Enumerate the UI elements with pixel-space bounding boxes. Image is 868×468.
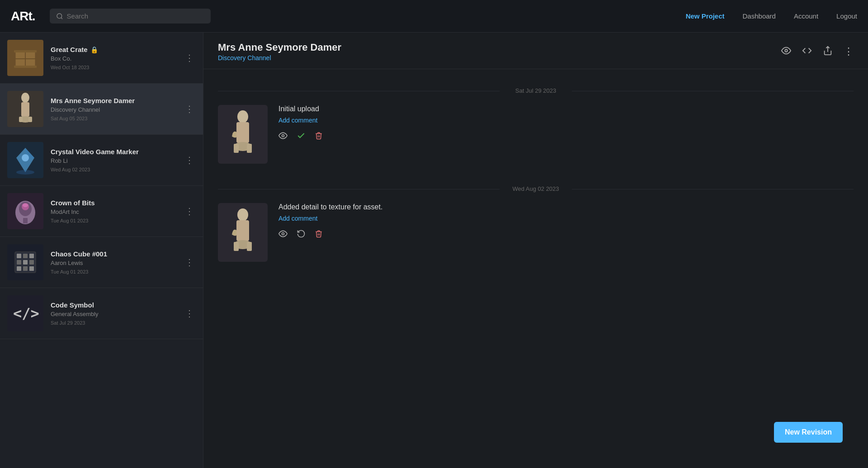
sidebar-title-crystal: Crystal Video Game Marker [51, 148, 176, 156]
sidebar-item-code-symbol[interactable]: </> Code Symbol General Assembly Sat Jul… [0, 288, 203, 339]
statue-thumb-icon [13, 92, 38, 126]
preview-icon[interactable] [781, 46, 791, 58]
new-revision-button[interactable]: New Revision [774, 422, 843, 443]
approve-icon-1[interactable] [297, 131, 306, 142]
sidebar-menu-cube[interactable]: ⋮ [183, 256, 196, 269]
sidebar-date-mrs-anne: Sat Aug 05 2023 [51, 116, 176, 121]
sidebar-title-great-crate: Great Crate 🔒 [51, 46, 176, 53]
view-icon-1[interactable] [278, 131, 288, 142]
svg-point-14 [22, 154, 29, 161]
header-nav: New Project Dashboard Account Logout [686, 12, 857, 20]
svg-rect-26 [23, 260, 28, 265]
crown-icon [9, 195, 41, 227]
svg-point-45 [282, 233, 284, 235]
new-project-link[interactable]: New Project [686, 12, 725, 20]
svg-rect-27 [29, 260, 34, 265]
search-icon [56, 13, 63, 20]
sidebar-menu-crown[interactable]: ⋮ [183, 205, 196, 217]
revision-thumb-1 [218, 105, 268, 164]
svg-rect-23 [23, 254, 28, 258]
sidebar-menu-code[interactable]: ⋮ [183, 307, 196, 320]
sidebar-info-code: Code Symbol General Assembly Sat Jul 29 … [51, 301, 176, 326]
more-options-icon[interactable]: ⋮ [844, 46, 854, 57]
sidebar-title-cube: Chaos Cube #001 [51, 250, 176, 258]
svg-line-1 [61, 18, 62, 19]
svg-point-7 [21, 93, 29, 103]
svg-point-34 [237, 110, 248, 123]
sidebar-org-mrs-anne: Discovery Channel [51, 106, 176, 113]
sidebar-menu-mrs-anne[interactable]: ⋮ [183, 103, 196, 115]
code-icon[interactable] [802, 46, 812, 58]
sidebar-thumb-mrs-anne [7, 91, 43, 127]
svg-point-40 [237, 208, 248, 221]
content-header: Mrs Anne Seymore Damer Discovery Channel [203, 33, 868, 69]
svg-rect-28 [17, 266, 21, 271]
sidebar-org-cube: Aaron Lewis [51, 260, 176, 266]
sidebar-thumb-great-crate [7, 40, 43, 76]
search-bar[interactable] [50, 9, 211, 24]
sidebar-org-great-crate: Box Co. [51, 55, 176, 62]
sidebar-title-mrs-anne: Mrs Anne Seymore Damer [51, 97, 176, 104]
delete-icon-1[interactable] [315, 132, 323, 142]
sidebar-org-crown: ModArt Inc [51, 208, 176, 215]
revision-statue-2 [225, 208, 261, 257]
svg-point-39 [282, 135, 284, 137]
svg-rect-8 [21, 102, 29, 117]
svg-rect-19 [23, 218, 28, 223]
sidebar-info-cube: Chaos Cube #001 Aaron Lewis Tue Aug 01 2… [51, 250, 176, 274]
sidebar-date-cube: Tue Aug 01 2023 [51, 269, 176, 274]
sidebar-item-crystal-video[interactable]: Crystal Video Game Marker Rob Li Wed Aug… [0, 135, 203, 186]
crate-icon [12, 44, 39, 71]
svg-rect-35 [236, 122, 249, 143]
sidebar-org-code: General Assembly [51, 311, 176, 317]
revision-info-2: Added detail to texture for asset. Add c… [278, 203, 854, 262]
content-actions: ⋮ [781, 46, 854, 58]
timeline: Sat Jul 29 2023 Initial upload Add comme… [203, 69, 868, 468]
svg-rect-37 [234, 144, 239, 153]
svg-rect-38 [247, 144, 252, 153]
sidebar-date-great-crate: Wed Oct 18 2023 [51, 65, 176, 70]
header: ARt. New Project Dashboard Account Logou… [0, 0, 868, 33]
delete-icon-2[interactable] [315, 230, 323, 240]
sidebar-date-crystal: Wed Aug 02 2023 [51, 167, 176, 172]
content-subtitle: Discovery Channel [218, 54, 341, 61]
share-icon[interactable] [823, 46, 833, 58]
svg-point-15 [16, 170, 34, 175]
date-separator-1: Sat Jul 29 2023 [218, 87, 854, 94]
svg-point-0 [57, 14, 62, 19]
lock-icon: 🔒 [90, 46, 98, 53]
sidebar-thumb-code: </> [7, 295, 43, 331]
date-separator-2: Wed Aug 02 2023 [218, 185, 854, 192]
revision-label-2: Added detail to texture for asset. [278, 203, 854, 211]
sidebar-menu-great-crate[interactable]: ⋮ [183, 52, 196, 64]
svg-rect-25 [17, 260, 21, 265]
sidebar-item-chaos-cube[interactable]: Chaos Cube #001 Aaron Lewis Tue Aug 01 2… [0, 237, 203, 288]
add-comment-1[interactable]: Add comment [278, 117, 854, 124]
sidebar-menu-crystal[interactable]: ⋮ [183, 154, 196, 166]
revert-icon-2[interactable] [297, 229, 306, 241]
revision-label-1: Initial upload [278, 105, 854, 113]
logo: ARt. [11, 9, 35, 24]
content-area: Mrs Anne Seymore Damer Discovery Channel [203, 33, 868, 468]
sidebar-org-crystal: Rob Li [51, 157, 176, 164]
svg-text:</>: </> [13, 305, 39, 322]
account-link[interactable]: Account [794, 12, 818, 20]
view-icon-2[interactable] [278, 229, 288, 241]
search-input[interactable] [67, 12, 204, 20]
logout-link[interactable]: Logout [836, 12, 857, 20]
add-comment-2[interactable]: Add comment [278, 215, 854, 222]
sidebar: Great Crate 🔒 Box Co. Wed Oct 18 2023 ⋮ [0, 33, 203, 468]
svg-rect-11 [28, 117, 32, 122]
svg-rect-10 [19, 117, 23, 122]
sidebar-item-great-crate[interactable]: Great Crate 🔒 Box Co. Wed Oct 18 2023 ⋮ [0, 33, 203, 84]
revision-statue-1 [225, 109, 261, 159]
sidebar-item-mrs-anne[interactable]: Mrs Anne Seymore Damer Discovery Channel… [0, 84, 203, 135]
sidebar-item-crown-of-bits[interactable]: Crown of Bits ModArt Inc Tue Aug 01 2023… [0, 186, 203, 237]
content-title-group: Mrs Anne Seymore Damer Discovery Channel [218, 42, 341, 61]
sidebar-info-crown: Crown of Bits ModArt Inc Tue Aug 01 2023 [51, 199, 176, 223]
dashboard-link[interactable]: Dashboard [743, 12, 776, 20]
revision-card-2: Added detail to texture for asset. Add c… [218, 203, 854, 262]
sidebar-thumb-crown [7, 193, 43, 229]
content-title: Mrs Anne Seymore Damer [218, 42, 341, 53]
svg-rect-24 [29, 254, 34, 258]
